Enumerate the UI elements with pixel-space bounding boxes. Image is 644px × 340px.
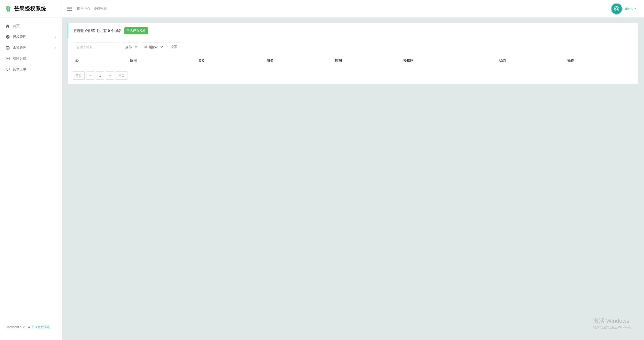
domain-input[interactable] <box>73 43 119 51</box>
avatar[interactable] <box>611 3 623 15</box>
col-app: 应用 <box>127 55 196 66</box>
sidebar-item-auth[interactable]: 授权管理 › <box>0 31 62 42</box>
app-select[interactable]: 全部 <box>122 43 138 51</box>
brand-name: 芒果授权系统 <box>14 5 46 12</box>
page-last[interactable]: 尾页 <box>116 71 127 80</box>
username: demo <box>625 7 634 11</box>
card-title: 代理用户(UID:1)共有 0 个域名 <box>74 29 122 33</box>
sidebar-item-feedback[interactable]: 反馈工单 <box>0 64 62 75</box>
sidebar-item-label: 首页 <box>13 24 56 28</box>
sidebar-item-label: 余额管理 <box>13 45 55 50</box>
table-header-row: ID 应用 ＱＱ 域名 时间 授权码 状态 操作 <box>73 55 633 66</box>
sidebar-item-balance[interactable]: 余额管理 › <box>0 42 62 53</box>
search-button[interactable]: 搜索 <box>167 43 181 51</box>
auth-table: ID 应用 ＱＱ 域名 时间 授权码 状态 操作 <box>73 55 633 66</box>
svg-point-2 <box>6 46 9 47</box>
chevron-right-icon: › <box>55 46 56 49</box>
col-status: 状态 <box>496 55 565 66</box>
card-body: 全部 精确搜索 搜索 ID 应用 ＱＱ 域名 时间 授权码 <box>68 38 638 84</box>
page-prev[interactable]: « <box>86 71 94 80</box>
breadcrumb: 用户中心 - 授权列表 <box>77 6 107 11</box>
col-domain: 域名 <box>264 55 333 66</box>
header-right: demo ▼ <box>611 3 639 15</box>
check-circle-icon <box>6 35 10 39</box>
sidebar-item-label: 授权管理 <box>13 35 55 39</box>
search-mode-select[interactable]: 精确搜索 <box>141 43 164 51</box>
sidebar: 芒果授权系统 首页 授权管理 › 余额管理 › 权限升级 反馈工单 Copyri… <box>0 0 62 95</box>
svg-point-4 <box>614 6 619 11</box>
logo-icon <box>5 5 12 12</box>
user-dropdown[interactable]: demo ▼ <box>625 7 639 11</box>
page-next[interactable]: » <box>106 71 114 80</box>
sidebar-item-label: 权限升级 <box>13 56 56 61</box>
col-action: 操作 <box>565 55 633 66</box>
col-time: 时间 <box>333 55 401 66</box>
page-number[interactable]: 1 <box>96 71 104 80</box>
header: 用户中心 - 授权列表 demo ▼ <box>62 0 644 18</box>
main: 代理用户(UID:1)共有 0 个域名 导入已有授权 全部 精确搜索 搜索 ID <box>62 18 644 95</box>
filter-row: 全部 精确搜索 搜索 <box>73 43 633 51</box>
logo-area: 芒果授权系统 <box>0 0 62 18</box>
chevron-down-icon: ▼ <box>634 7 636 10</box>
sidebar-item-home[interactable]: 首页 <box>0 21 62 31</box>
col-code: 授权码 <box>401 55 496 66</box>
plus-box-icon <box>6 56 10 61</box>
import-button[interactable]: 导入已有授权 <box>124 27 148 34</box>
home-icon <box>6 24 10 28</box>
sidebar-item-upgrade[interactable]: 权限升级 <box>0 53 62 64</box>
svg-point-5 <box>616 8 618 10</box>
col-id: ID <box>73 55 127 66</box>
page-first[interactable]: 首页 <box>73 71 85 80</box>
database-icon <box>6 46 10 50</box>
chevron-right-icon: › <box>55 36 56 38</box>
card-header: 代理用户(UID:1)共有 0 个域名 导入已有授权 <box>68 23 638 38</box>
nav: 首页 授权管理 › 余额管理 › 权限升级 反馈工单 <box>0 18 62 78</box>
menu-toggle-icon[interactable] <box>67 6 72 11</box>
pagination: 首页 « 1 » 尾页 <box>73 71 633 80</box>
svg-point-0 <box>6 6 7 7</box>
col-qq: ＱＱ <box>196 55 264 66</box>
sidebar-item-label: 反馈工单 <box>13 67 56 72</box>
chat-icon <box>6 67 10 71</box>
domain-count: 0 <box>108 29 110 33</box>
content-card: 代理用户(UID:1)共有 0 个域名 导入已有授权 全部 精确搜索 搜索 ID <box>68 23 638 84</box>
